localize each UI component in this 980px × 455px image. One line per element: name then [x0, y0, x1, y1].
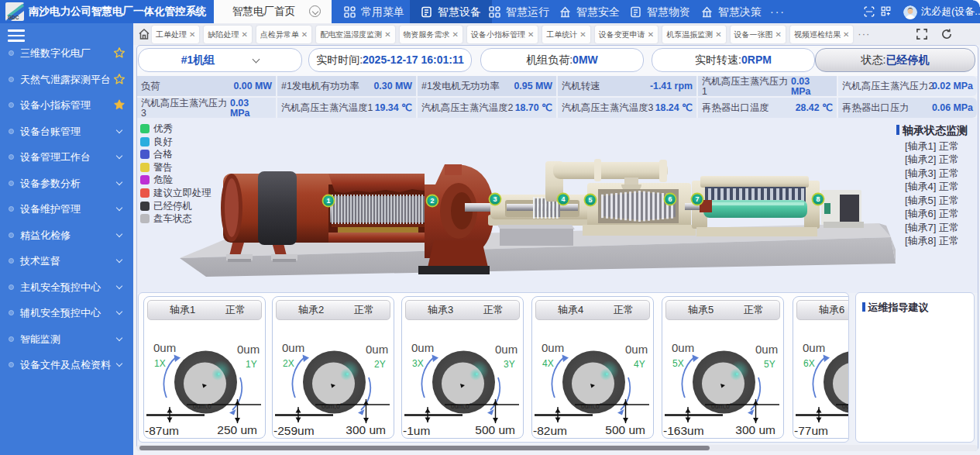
svg-text:0um: 0um — [495, 343, 518, 356]
svg-text:5X: 5X — [672, 358, 684, 369]
svg-text:0um,0°: 0um,0° — [193, 402, 214, 410]
svg-text:0um,0°: 0um,0° — [842, 402, 849, 410]
svg-text:0um,0°: 0um,0° — [322, 402, 342, 410]
svg-text:4Y: 4Y — [634, 359, 645, 370]
svg-text:300 um: 300 um — [346, 423, 386, 436]
svg-text:0um,0°: 0um,0° — [581, 402, 602, 410]
svg-text:3: 3 — [493, 195, 497, 203]
svg-text:7: 7 — [695, 195, 699, 203]
svg-text:0um: 0um — [542, 341, 564, 354]
svg-text:0um: 0um — [366, 343, 388, 356]
svg-text:6: 6 — [668, 195, 672, 203]
svg-text:-163um: -163um — [663, 424, 704, 437]
svg-text:0um: 0um — [282, 341, 304, 354]
svg-text:0um: 0um — [237, 343, 260, 356]
svg-text:0um,0°: 0um,0° — [451, 402, 472, 410]
svg-text:-87um: -87um — [145, 424, 179, 437]
svg-text:500 um: 500 um — [475, 423, 515, 436]
svg-text:0um: 0um — [672, 341, 694, 354]
svg-text:0um: 0um — [153, 341, 176, 354]
svg-text:-259um: -259um — [273, 424, 315, 437]
svg-text:2Y: 2Y — [374, 359, 386, 370]
svg-text:-1um: -1um — [403, 424, 430, 437]
svg-text:6X: 6X — [803, 358, 815, 369]
svg-text:-77um: -77um — [794, 424, 828, 437]
svg-text:1Y: 1Y — [246, 359, 257, 370]
svg-text:3X: 3X — [412, 358, 424, 369]
svg-text:0um: 0um — [755, 343, 778, 356]
svg-text:0um: 0um — [625, 343, 648, 356]
svg-text:5: 5 — [588, 196, 592, 204]
svg-text:2: 2 — [430, 197, 434, 205]
svg-text:4: 4 — [561, 195, 565, 203]
svg-text:250 um: 250 um — [217, 423, 257, 436]
svg-text:500 um: 500 um — [605, 423, 645, 436]
svg-text:2X: 2X — [283, 358, 294, 369]
svg-text:300 um: 300 um — [735, 423, 775, 436]
svg-text:0um: 0um — [803, 341, 825, 354]
svg-text:1: 1 — [326, 197, 330, 205]
svg-text:5Y: 5Y — [764, 359, 775, 370]
svg-text:1X: 1X — [154, 358, 166, 369]
svg-text:0um: 0um — [411, 341, 434, 354]
svg-text:4X: 4X — [542, 358, 554, 369]
svg-text:3Y: 3Y — [504, 359, 515, 370]
svg-text:0um,0°: 0um,0° — [711, 402, 732, 410]
svg-text:-82um: -82um — [533, 424, 567, 437]
svg-text:8: 8 — [816, 195, 820, 203]
svg-text:GDC: GDC — [8, 15, 19, 20]
